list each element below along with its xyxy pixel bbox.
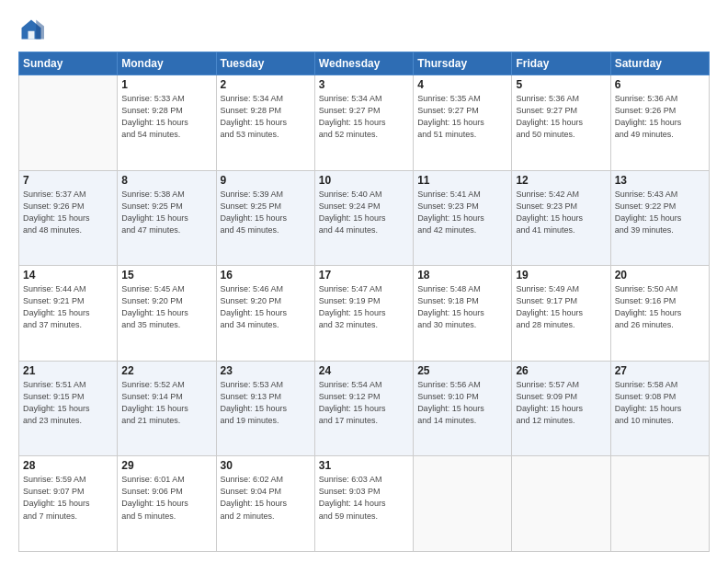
day-number: 5 xyxy=(516,78,606,91)
weekday-header-sunday: Sunday xyxy=(19,52,118,75)
day-info: Sunrise: 5:43 AM Sunset: 9:22 PM Dayligh… xyxy=(615,189,705,236)
day-number: 16 xyxy=(221,269,311,282)
weekday-header-saturday: Saturday xyxy=(610,52,709,75)
day-number: 15 xyxy=(121,269,211,282)
day-info: Sunrise: 5:44 AM Sunset: 9:21 PM Dayligh… xyxy=(23,283,113,331)
day-info: Sunrise: 6:03 AM Sunset: 9:03 PM Dayligh… xyxy=(319,474,409,522)
day-number: 27 xyxy=(615,364,705,377)
calendar-cell: 14Sunrise: 5:44 AM Sunset: 9:21 PM Dayli… xyxy=(19,266,118,362)
logo xyxy=(18,17,48,42)
day-info: Sunrise: 5:59 AM Sunset: 9:07 PM Dayligh… xyxy=(23,474,113,522)
day-info: Sunrise: 5:50 AM Sunset: 9:16 PM Dayligh… xyxy=(615,283,705,331)
day-number: 10 xyxy=(319,174,409,187)
day-info: Sunrise: 5:35 AM Sunset: 9:27 PM Dayligh… xyxy=(417,93,507,141)
weekday-header-row: SundayMondayTuesdayWednesdayThursdayFrid… xyxy=(19,52,710,75)
day-number: 3 xyxy=(319,78,409,91)
day-info: Sunrise: 5:33 AM Sunset: 9:28 PM Dayligh… xyxy=(121,93,211,141)
calendar-cell: 31Sunrise: 6:03 AM Sunset: 9:03 PM Dayli… xyxy=(314,456,413,552)
day-number: 26 xyxy=(516,364,606,377)
svg-marker-1 xyxy=(36,20,44,40)
calendar-cell: 2Sunrise: 5:34 AM Sunset: 9:28 PM Daylig… xyxy=(216,75,314,171)
logo-icon xyxy=(18,17,44,42)
calendar-cell: 3Sunrise: 5:34 AM Sunset: 9:27 PM Daylig… xyxy=(314,75,413,171)
calendar-table: SundayMondayTuesdayWednesdayThursdayFrid… xyxy=(18,52,710,552)
day-number: 21 xyxy=(23,364,113,377)
calendar-cell xyxy=(414,456,512,552)
day-number: 31 xyxy=(319,459,409,472)
day-number: 30 xyxy=(221,459,311,472)
day-number: 24 xyxy=(319,364,409,377)
day-info: Sunrise: 5:36 AM Sunset: 9:27 PM Dayligh… xyxy=(516,93,606,141)
day-info: Sunrise: 5:34 AM Sunset: 9:27 PM Dayligh… xyxy=(319,93,409,141)
calendar-cell: 22Sunrise: 5:52 AM Sunset: 9:14 PM Dayli… xyxy=(118,361,216,456)
day-info: Sunrise: 5:40 AM Sunset: 9:24 PM Dayligh… xyxy=(319,189,409,236)
day-info: Sunrise: 5:53 AM Sunset: 9:13 PM Dayligh… xyxy=(221,379,311,427)
day-info: Sunrise: 5:57 AM Sunset: 9:09 PM Dayligh… xyxy=(516,379,606,427)
calendar-cell: 7Sunrise: 5:37 AM Sunset: 9:26 PM Daylig… xyxy=(19,170,118,266)
calendar-cell: 17Sunrise: 5:47 AM Sunset: 9:19 PM Dayli… xyxy=(314,266,413,362)
calendar-cell: 24Sunrise: 5:54 AM Sunset: 9:12 PM Dayli… xyxy=(314,361,413,456)
calendar-cell: 9Sunrise: 5:39 AM Sunset: 9:25 PM Daylig… xyxy=(216,170,314,266)
day-info: Sunrise: 5:54 AM Sunset: 9:12 PM Dayligh… xyxy=(319,379,409,427)
day-info: Sunrise: 5:46 AM Sunset: 9:20 PM Dayligh… xyxy=(221,283,311,331)
day-number: 17 xyxy=(319,269,409,282)
day-info: Sunrise: 5:58 AM Sunset: 9:08 PM Dayligh… xyxy=(615,379,705,427)
calendar-cell: 26Sunrise: 5:57 AM Sunset: 9:09 PM Dayli… xyxy=(512,361,610,456)
day-info: Sunrise: 5:42 AM Sunset: 9:23 PM Dayligh… xyxy=(516,189,606,236)
calendar-cell xyxy=(19,75,118,171)
day-number: 22 xyxy=(121,364,211,377)
day-info: Sunrise: 5:47 AM Sunset: 9:19 PM Dayligh… xyxy=(319,283,409,331)
day-number: 4 xyxy=(417,78,507,91)
day-number: 1 xyxy=(121,78,211,91)
calendar-week-row: 21Sunrise: 5:51 AM Sunset: 9:15 PM Dayli… xyxy=(19,361,710,456)
calendar-cell: 11Sunrise: 5:41 AM Sunset: 9:23 PM Dayli… xyxy=(414,170,512,266)
calendar-cell: 4Sunrise: 5:35 AM Sunset: 9:27 PM Daylig… xyxy=(414,75,512,171)
weekday-header-wednesday: Wednesday xyxy=(314,52,413,75)
calendar-cell: 12Sunrise: 5:42 AM Sunset: 9:23 PM Dayli… xyxy=(512,170,610,266)
weekday-header-friday: Friday xyxy=(512,52,610,75)
calendar-week-row: 7Sunrise: 5:37 AM Sunset: 9:26 PM Daylig… xyxy=(19,170,710,266)
calendar-cell xyxy=(610,456,709,552)
calendar-cell: 5Sunrise: 5:36 AM Sunset: 9:27 PM Daylig… xyxy=(512,75,610,171)
calendar-cell: 1Sunrise: 5:33 AM Sunset: 9:28 PM Daylig… xyxy=(118,75,216,171)
day-info: Sunrise: 5:38 AM Sunset: 9:25 PM Dayligh… xyxy=(121,189,211,236)
day-number: 7 xyxy=(23,174,113,187)
calendar-cell: 27Sunrise: 5:58 AM Sunset: 9:08 PM Dayli… xyxy=(610,361,709,456)
calendar-cell: 10Sunrise: 5:40 AM Sunset: 9:24 PM Dayli… xyxy=(314,170,413,266)
calendar-week-row: 28Sunrise: 5:59 AM Sunset: 9:07 PM Dayli… xyxy=(19,456,710,552)
calendar-cell: 28Sunrise: 5:59 AM Sunset: 9:07 PM Dayli… xyxy=(19,456,118,552)
day-number: 20 xyxy=(615,269,705,282)
day-info: Sunrise: 6:01 AM Sunset: 9:06 PM Dayligh… xyxy=(121,474,211,522)
day-number: 25 xyxy=(417,364,507,377)
day-info: Sunrise: 5:39 AM Sunset: 9:25 PM Dayligh… xyxy=(221,189,311,236)
day-info: Sunrise: 5:51 AM Sunset: 9:15 PM Dayligh… xyxy=(23,379,113,427)
day-info: Sunrise: 5:49 AM Sunset: 9:17 PM Dayligh… xyxy=(516,283,606,331)
day-info: Sunrise: 5:41 AM Sunset: 9:23 PM Dayligh… xyxy=(417,189,507,236)
day-number: 29 xyxy=(121,459,211,472)
day-number: 12 xyxy=(516,174,606,187)
calendar-cell: 29Sunrise: 6:01 AM Sunset: 9:06 PM Dayli… xyxy=(118,456,216,552)
weekday-header-monday: Monday xyxy=(118,52,216,75)
day-info: Sunrise: 5:56 AM Sunset: 9:10 PM Dayligh… xyxy=(417,379,507,427)
weekday-header-thursday: Thursday xyxy=(414,52,512,75)
day-number: 6 xyxy=(615,78,705,91)
calendar-cell: 18Sunrise: 5:48 AM Sunset: 9:18 PM Dayli… xyxy=(414,266,512,362)
day-info: Sunrise: 5:48 AM Sunset: 9:18 PM Dayligh… xyxy=(417,283,507,331)
day-number: 18 xyxy=(417,269,507,282)
day-info: Sunrise: 5:52 AM Sunset: 9:14 PM Dayligh… xyxy=(121,379,211,427)
day-number: 13 xyxy=(615,174,705,187)
calendar-cell: 21Sunrise: 5:51 AM Sunset: 9:15 PM Dayli… xyxy=(19,361,118,456)
header xyxy=(18,17,710,42)
page: SundayMondayTuesdayWednesdayThursdayFrid… xyxy=(0,0,728,563)
day-info: Sunrise: 6:02 AM Sunset: 9:04 PM Dayligh… xyxy=(221,474,311,522)
day-number: 14 xyxy=(23,269,113,282)
day-info: Sunrise: 5:34 AM Sunset: 9:28 PM Dayligh… xyxy=(221,93,311,141)
calendar-cell: 19Sunrise: 5:49 AM Sunset: 9:17 PM Dayli… xyxy=(512,266,610,362)
calendar-cell xyxy=(512,456,610,552)
calendar-cell: 13Sunrise: 5:43 AM Sunset: 9:22 PM Dayli… xyxy=(610,170,709,266)
day-number: 19 xyxy=(516,269,606,282)
day-info: Sunrise: 5:45 AM Sunset: 9:20 PM Dayligh… xyxy=(121,283,211,331)
day-number: 28 xyxy=(23,459,113,472)
calendar-cell: 16Sunrise: 5:46 AM Sunset: 9:20 PM Dayli… xyxy=(216,266,314,362)
day-number: 8 xyxy=(121,174,211,187)
